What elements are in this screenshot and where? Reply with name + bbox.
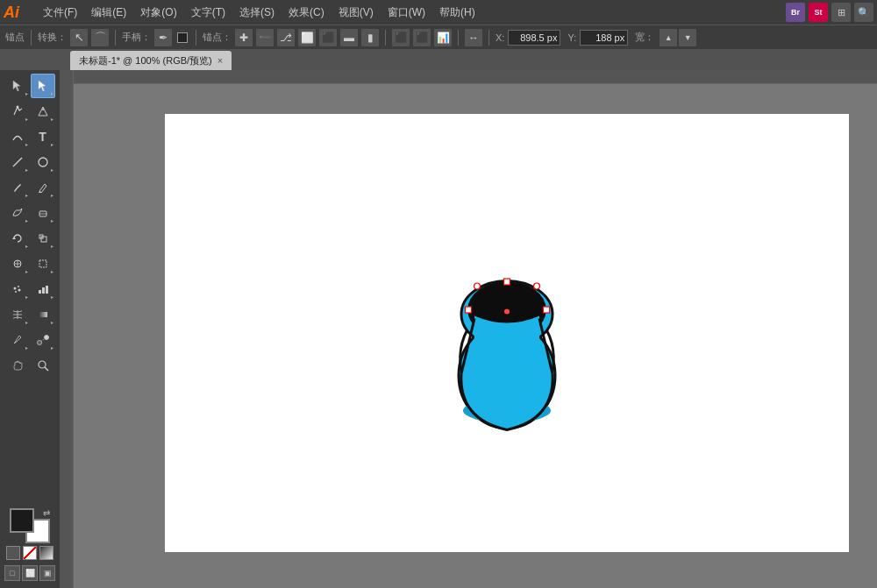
y-input[interactable] — [580, 30, 628, 46]
column-graph-tool[interactable]: ▸ — [31, 277, 55, 301]
gradient-swatch[interactable] — [39, 546, 53, 560]
blend-tool[interactable]: ▸ — [31, 328, 55, 352]
bridge-icon[interactable]: Br — [786, 3, 805, 22]
stock-icon[interactable]: St — [809, 3, 828, 22]
align-center-icon[interactable]: ▬ — [340, 29, 358, 46]
foreground-color-swatch[interactable] — [10, 508, 34, 533]
anchor-label: 锚点 — [5, 31, 25, 44]
svg-point-18 — [15, 291, 17, 293]
mesh-tool[interactable]: ▸ — [5, 302, 30, 327]
toolbar-sep-4 — [385, 30, 386, 46]
pencil-tool[interactable]: ▸ — [31, 175, 55, 200]
draw-behind-icon[interactable]: ⬜ — [22, 565, 38, 581]
swap-colors-icon[interactable]: ⇄ — [43, 508, 50, 518]
tab-bar: 未标题-1* @ 100% (RGB/预览) × — [0, 49, 877, 70]
tool-row-6: ▸ ▸ — [5, 201, 55, 225]
rotate-tool[interactable]: ▸ — [5, 226, 30, 251]
svg-marker-0 — [13, 81, 20, 91]
align-right-icon[interactable]: ▮ — [361, 29, 379, 46]
puppet-warp-tool[interactable]: ▸ — [5, 251, 30, 276]
tab-close-button[interactable]: × — [217, 55, 223, 66]
svg-point-2 — [16, 106, 18, 109]
x-input[interactable] — [508, 30, 560, 46]
color-mode-row — [6, 546, 53, 560]
anchor-align-icon[interactable]: ⬛ — [392, 29, 410, 46]
shape-icon-1[interactable]: ⬜ — [298, 29, 316, 46]
menu-view[interactable]: 视图(V) — [332, 4, 380, 22]
svg-point-3 — [42, 109, 44, 110]
bar-chart-icon[interactable]: 📊 — [434, 29, 452, 46]
anchor-tool[interactable]: ▸ — [31, 99, 55, 124]
draw-inside-icon[interactable]: ▣ — [39, 565, 55, 581]
menu-type[interactable]: 文字(T) — [185, 4, 232, 22]
toolbar-sep-1 — [31, 30, 32, 46]
selection-tool[interactable]: ▸ — [5, 74, 30, 98]
remove-anchor-icon[interactable]: ➖ — [256, 29, 274, 46]
corner-icon[interactable]: ↖ — [70, 29, 88, 46]
free-transform-tool[interactable]: ▸ — [31, 251, 55, 276]
smooth-icon[interactable]: ⌒ — [91, 29, 109, 46]
workspace-icon[interactable]: ⊞ — [831, 3, 851, 22]
symbol-sprayer-tool[interactable]: ▸ — [5, 277, 30, 301]
zoom-tool[interactable] — [31, 353, 55, 378]
paintbrush-tool[interactable]: ▸ — [5, 175, 30, 200]
add-anchor-icon[interactable]: ✚ — [235, 29, 253, 46]
hand-label: 手柄： — [122, 31, 151, 44]
anchor-align-icon2[interactable]: ⬛ — [413, 29, 431, 46]
line-tool[interactable]: ▸ — [5, 150, 30, 174]
x-label: X: — [496, 32, 504, 43]
align-left-icon[interactable]: ⬛ — [319, 29, 337, 46]
pen-tool[interactable]: ▸ — [5, 99, 30, 124]
document-tab[interactable]: 未标题-1* @ 100% (RGB/预览) × — [70, 51, 232, 70]
color-mode-swatch[interactable] — [6, 546, 20, 560]
menu-window[interactable]: 窗口(W) — [381, 4, 431, 22]
arrow-up-icon[interactable]: ▲ — [660, 29, 677, 46]
draw-normal-icon[interactable]: □ — [4, 565, 20, 581]
canvas-area[interactable] — [60, 70, 877, 588]
svg-point-37 — [504, 309, 510, 315]
menu-effect[interactable]: 效果(C) — [282, 4, 331, 22]
none-swatch[interactable] — [23, 546, 37, 560]
tool-row-4: ▸ ▸ — [5, 150, 55, 174]
hand-tool[interactable] — [5, 353, 30, 378]
expand-icon[interactable]: ↔ — [465, 29, 482, 46]
artboard[interactable] — [165, 114, 849, 552]
svg-point-15 — [13, 287, 16, 290]
toolbar-sep-3 — [196, 30, 196, 46]
arrow-down-icon[interactable]: ▼ — [679, 29, 696, 46]
menu-help[interactable]: 帮助(H) — [433, 4, 481, 22]
scale-tool[interactable]: ▸ — [31, 226, 55, 251]
svg-line-25 — [14, 342, 16, 344]
ellipse-tool[interactable]: ▸ — [31, 150, 55, 174]
eyedropper-tool[interactable]: ▸ — [5, 328, 30, 352]
svg-rect-14 — [39, 260, 46, 267]
tool-row-8: ▸ ▸ — [5, 251, 55, 276]
curvature-tool[interactable]: ▸ — [5, 124, 30, 149]
path-icon[interactable]: ⎇ — [277, 29, 295, 46]
search-icon[interactable]: 🔍 — [854, 3, 873, 22]
type-tool[interactable]: T ▸ — [31, 124, 55, 149]
shaper-tool[interactable]: ▸ — [5, 201, 30, 225]
svg-rect-21 — [46, 286, 48, 294]
tool-row-11: ▸ ▸ — [5, 328, 55, 352]
menu-object[interactable]: 对象(O) — [134, 4, 182, 22]
fill-indicator[interactable] — [177, 32, 188, 43]
gradient-tool[interactable]: ▸ — [31, 302, 55, 327]
app-logo: Ai — [4, 4, 28, 22]
ruler-left — [60, 70, 74, 588]
menu-bar: Ai 文件(F) 编辑(E) 对象(O) 文字(T) 选择(S) 效果(C) 视… — [0, 0, 877, 25]
y-label: Y: — [567, 32, 576, 43]
tool-row-10: ▸ ▸ — [5, 302, 55, 327]
direct-selection-tool[interactable]: ▸ — [31, 74, 55, 98]
eraser-tool[interactable]: ▸ — [31, 201, 55, 225]
pen-icon[interactable]: ✒ — [154, 29, 172, 46]
svg-point-16 — [18, 286, 19, 287]
menu-file[interactable]: 文件(F) — [37, 4, 83, 22]
main-area: ▸ ▸ ▸ ▸ ▸ T ▸ — [0, 70, 877, 588]
svg-marker-8 — [12, 237, 16, 239]
svg-marker-1 — [39, 81, 46, 91]
menu-select[interactable]: 选择(S) — [233, 4, 281, 22]
svg-rect-9 — [41, 237, 46, 242]
svg-rect-19 — [39, 290, 41, 294]
menu-edit[interactable]: 编辑(E) — [85, 4, 132, 22]
